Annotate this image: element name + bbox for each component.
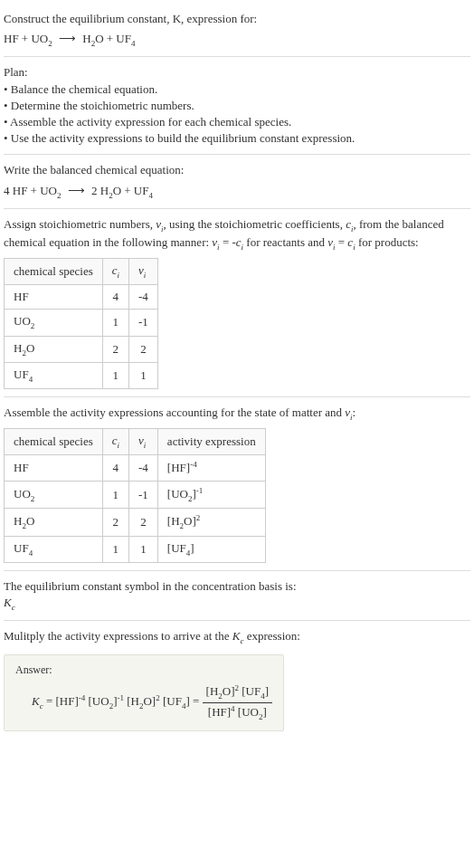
col-ci: ci [102,429,128,455]
cell-c: 1 [102,536,128,562]
prompt-line1: Construct the equilibrium constant, K, e… [4,11,470,27]
col-ci: ci [102,259,128,285]
table-row: HF4-4 [5,285,158,310]
col-species: chemical species [5,429,103,455]
kc-formula: Kc = [HF]-4 [UO2]-1 [H2O]2 [UF4] = [H2O]… [15,682,272,722]
unbalanced-equation: HF + UO2 ⟶ H2O + UF4 [4,31,470,49]
cell-v: -1 [129,481,158,509]
col-species: chemical species [5,259,103,285]
cell-c: 4 [102,285,128,310]
cell-v: -4 [129,285,158,310]
cell-species: H2O [5,509,103,537]
cell-species: H2O [5,336,103,362]
balanced-equation: 4 HF + UO2 ⟶ 2 H2O + UF4 [4,183,470,201]
table-row: H2O22[H2O]2 [5,509,266,537]
cell-species: UO2 [5,310,103,336]
cell-v: -4 [129,455,158,482]
cell-c: 2 [102,336,128,362]
table-row: H2O22 [5,336,158,362]
cell-v: 1 [129,362,158,388]
answer-box: Answer: Kc = [HF]-4 [UO2]-1 [H2O]2 [UF4]… [4,654,284,731]
activity-section: Assemble the activity expressions accoun… [4,397,470,571]
cell-v: 1 [129,536,158,562]
plan-item1: • Balance the chemical equation. [4,81,470,98]
cell-v: 2 [129,509,158,537]
cell-c: 4 [102,455,128,482]
col-expr: activity expression [157,429,265,455]
cell-c: 1 [102,310,128,336]
prompt-text: Construct the equilibrium constant, K, e… [4,12,257,25]
plan-item2: • Determine the stoichiometric numbers. [4,98,470,114]
plan-section: Plan: • Balance the chemical equation. •… [4,57,470,155]
table-row: HF4-4[HF]-4 [5,455,266,482]
table-row: UF411[UF4] [5,536,266,562]
cell-expr: [UF4] [157,536,265,562]
table-row: UO21-1 [5,310,158,336]
cell-v: 2 [129,336,158,362]
cell-species: UF4 [5,362,103,388]
cell-v: -1 [129,310,158,336]
cell-c: 1 [102,481,128,509]
answer-label: Answer: [15,663,272,678]
table-header-row: chemical species ci νi activity expressi… [5,429,266,455]
stoich-intro: Assign stoichiometric numbers, νi, using… [4,216,470,253]
balanced-title: Write the balanced chemical equation: [4,162,470,178]
kc-symbol: Kc [4,595,470,613]
plan-item3: • Assemble the activity expression for e… [4,114,470,130]
plan-title: Plan: [4,64,470,81]
col-vi: νi [129,429,158,455]
cell-c: 2 [102,509,128,537]
table-row: UO21-1[UO2]-1 [5,481,266,509]
cell-species: HF [5,285,103,310]
cell-species: UF4 [5,536,103,562]
prompt-section: Construct the equilibrium constant, K, e… [4,4,470,57]
activity-title: Assemble the activity expressions accoun… [4,405,470,423]
stoich-table: chemical species ci νi HF4-4 UO21-1 H2O2… [4,258,158,389]
symbol-section: The equilibrium constant symbol in the c… [4,571,470,621]
table-header-row: chemical species ci νi [5,259,158,285]
cell-expr: [HF]-4 [157,455,265,482]
cell-expr: [UO2]-1 [157,481,265,509]
activity-table: chemical species ci νi activity expressi… [4,428,266,563]
final-section: Mulitply the activity expressions to arr… [4,621,470,730]
symbol-line: The equilibrium constant symbol in the c… [4,578,470,595]
plan-item4: • Use the activity expressions to build … [4,130,470,147]
cell-c: 1 [102,362,128,388]
cell-species: UO2 [5,481,103,509]
balanced-section: Write the balanced chemical equation: 4 … [4,155,470,208]
cell-species: HF [5,455,103,482]
cell-expr: [H2O]2 [157,509,265,537]
final-title: Mulitply the activity expressions to arr… [4,628,470,646]
table-row: UF411 [5,362,158,388]
stoich-section: Assign stoichiometric numbers, νi, using… [4,209,470,397]
col-vi: νi [129,259,158,285]
